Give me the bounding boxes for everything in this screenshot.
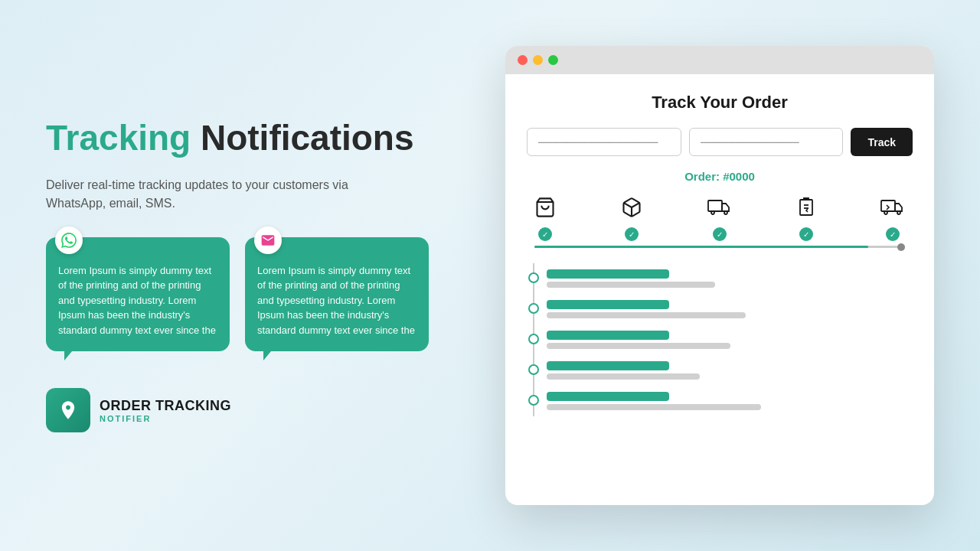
check-clipboard: ✓ <box>799 227 813 241</box>
logo-subtitle: NOTIFIER <box>100 414 231 423</box>
status-item-box: ✓ <box>621 197 642 241</box>
email-icon <box>254 227 282 254</box>
browser-titlebar <box>505 46 934 74</box>
timeline-sub-bar <box>547 312 746 318</box>
cart-icon <box>534 197 556 223</box>
page-title: Track Your Order <box>527 93 913 112</box>
timeline-dot <box>528 272 539 283</box>
timeline-item <box>542 294 913 324</box>
timeline-content <box>542 269 715 288</box>
timeline-content <box>542 300 746 318</box>
svg-rect-5 <box>800 200 812 215</box>
svg-point-4 <box>724 211 727 214</box>
check-truck: ✓ <box>713 227 727 241</box>
timeline-content <box>542 331 730 349</box>
logo-text-block: ORDER TRACKING NOTIFIER <box>100 398 231 423</box>
dot-yellow <box>533 55 543 65</box>
headline-rest: Notifications <box>191 118 413 158</box>
whatsapp-card: Lorem Ipsum is simply dummy text of the … <box>46 237 230 352</box>
dot-red <box>518 55 528 65</box>
timeline <box>533 263 913 416</box>
truck-icon <box>707 197 732 223</box>
logo-title: ORDER TRACKING <box>100 398 231 414</box>
timeline-title-bar <box>547 331 669 340</box>
whatsapp-card-text: Lorem Ipsum is simply dummy text of the … <box>58 263 217 338</box>
track-form: Track <box>527 128 913 156</box>
browser-content: Track Your Order Track Order: #0000 ✓ ✓ <box>505 74 934 505</box>
track-button[interactable]: Track <box>851 128 913 156</box>
headline: Tracking Notifications <box>46 119 459 158</box>
status-item-delivery: ✓ <box>880 197 905 241</box>
timeline-dot <box>528 364 539 375</box>
progress-dot <box>897 243 905 251</box>
timeline-sub-bar <box>547 282 715 288</box>
svg-point-10 <box>897 211 900 214</box>
check-cart: ✓ <box>538 227 552 241</box>
order-number-input[interactable] <box>527 128 681 156</box>
clipboard-icon <box>797 197 815 223</box>
timeline-dot <box>528 395 539 406</box>
timeline-sub-bar <box>547 404 761 410</box>
svg-rect-2 <box>708 201 722 211</box>
timeline-sub-bar <box>547 373 700 380</box>
status-item-clipboard: ✓ <box>797 197 815 241</box>
timeline-title-bar <box>547 300 669 309</box>
progress-bar <box>534 246 905 248</box>
headline-highlight: Tracking <box>46 118 191 158</box>
check-delivery: ✓ <box>886 227 900 241</box>
bottom-logo: ORDER TRACKING NOTIFIER <box>46 388 459 432</box>
chat-cards: Lorem Ipsum is simply dummy text of the … <box>46 237 459 352</box>
timeline-item <box>542 263 913 294</box>
left-panel: Tracking Notifications Deliver real-time… <box>46 119 459 432</box>
dot-green <box>548 55 558 65</box>
svg-point-3 <box>711 211 714 214</box>
timeline-title-bar <box>547 269 669 279</box>
order-label: Order: #0000 <box>527 170 913 183</box>
timeline-item <box>542 324 913 355</box>
timeline-content <box>542 361 700 380</box>
subtitle-text: Deliver real-time tracking updates to yo… <box>46 176 368 213</box>
email-card-text: Lorem Ipsum is simply dummy text of the … <box>257 263 416 338</box>
email-input[interactable] <box>689 128 844 156</box>
status-item-cart: ✓ <box>534 197 556 241</box>
status-item-truck: ✓ <box>707 197 732 241</box>
logo-box <box>46 388 90 432</box>
delivery-icon <box>880 197 905 223</box>
status-icons-row: ✓ ✓ ✓ ✓ <box>527 197 913 241</box>
timeline-content <box>542 392 761 410</box>
box-icon <box>621 197 642 223</box>
check-box: ✓ <box>625 227 639 241</box>
email-card: Lorem Ipsum is simply dummy text of the … <box>245 237 429 352</box>
timeline-title-bar <box>547 361 669 370</box>
progress-fill <box>534 246 868 248</box>
timeline-item <box>542 386 913 416</box>
timeline-sub-bar <box>547 343 730 349</box>
timeline-dot <box>528 303 539 314</box>
timeline-dot <box>528 334 539 344</box>
whatsapp-icon <box>55 227 83 254</box>
browser-window: Track Your Order Track Order: #0000 ✓ ✓ <box>505 46 934 505</box>
timeline-title-bar <box>547 392 669 401</box>
timeline-item <box>542 355 913 386</box>
progress-track <box>534 246 905 248</box>
svg-point-9 <box>884 211 887 214</box>
